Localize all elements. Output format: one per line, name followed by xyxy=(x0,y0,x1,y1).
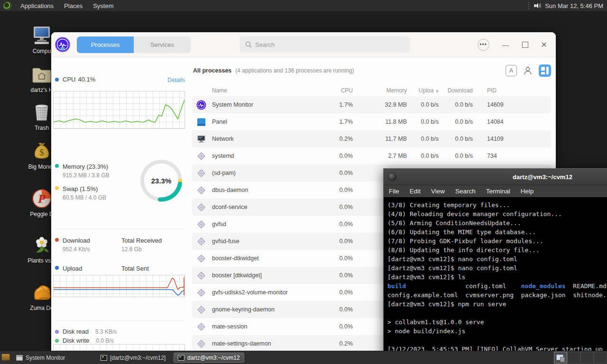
process-cpu: 0.0% xyxy=(340,323,353,330)
task-button-dartz-vm3-cvm12[interactable]: [dartz@vm3:~/cvm12] xyxy=(96,353,170,363)
process-summary: All processes (4 applications and 136 pr… xyxy=(193,64,551,77)
terminal-menu-terminal[interactable]: Terminal xyxy=(481,188,515,195)
column-header-uploa[interactable]: Uploa∨ xyxy=(419,87,439,94)
column-header-cpu[interactable]: CPU xyxy=(341,87,353,94)
memory-legend: Memory (23.3%) 915.3 MB / 3.8 GB Swap (1… xyxy=(55,162,110,207)
diamond-icon xyxy=(196,288,206,298)
monitor-sidebar: CPU 40.1% Details Memory (23.3%) 915.3 M… xyxy=(51,57,190,364)
diamond-icon xyxy=(196,254,206,264)
svg-text:$: $ xyxy=(40,148,44,157)
diamond-icon xyxy=(196,219,206,229)
menu-system[interactable]: System xyxy=(88,1,119,11)
cpu-value: 40.1% xyxy=(78,76,95,83)
process-pid: 14084 xyxy=(473,118,551,125)
process-scope: All processes xyxy=(193,67,231,74)
terminal-line: (6/8) Updating the MIME type database... xyxy=(387,228,607,237)
workspace-2[interactable] xyxy=(567,352,580,364)
disk-write-label: Disk write xyxy=(63,337,89,344)
process-row-system-monitor[interactable]: System Monitor1.7%32.9 MB0.0 b/s0.0 b/s1… xyxy=(192,96,551,113)
terminal-line: (5/8) Arming ConditionNeedsUpdate... xyxy=(387,218,607,228)
terminal-icon xyxy=(178,355,184,361)
column-header-memory[interactable]: Memory xyxy=(386,87,407,94)
tab-services[interactable]: Services xyxy=(134,36,191,53)
maximize-icon[interactable] xyxy=(522,42,528,48)
process-row-systemd[interactable]: systemd0.0%2.7 MB0.0 b/s0.0 b/s734 xyxy=(192,147,551,164)
total-received-label: Total Received xyxy=(121,237,162,244)
computer-icon xyxy=(31,25,53,46)
terminal-menu-view[interactable]: View xyxy=(426,188,450,195)
process-row-network[interactable]: Network0.2%11.7 MB0.0 b/s0.0 b/s14109 xyxy=(192,130,551,147)
process-upload: 0.0 b/s xyxy=(421,101,439,108)
process-memory: 2.7 MB xyxy=(388,153,407,159)
diamond-icon xyxy=(196,185,206,195)
terminal-menu-help[interactable]: Help xyxy=(515,188,539,195)
divider xyxy=(55,320,184,321)
system-monitor-app-icon: CPU xyxy=(55,37,70,52)
process-cpu: 0.2% xyxy=(340,136,353,142)
diamond-icon xyxy=(196,168,206,178)
process-table-header: NameCPUMemoryUploa∨DownloadPID xyxy=(192,85,551,96)
terminal-titlebar[interactable]: dartz@vm3:~/cvm12 xyxy=(384,169,607,185)
process-download: 0.0 b/s xyxy=(455,118,473,125)
menu-applications[interactable]: Applications xyxy=(15,1,59,11)
terminal-line: (3/8) Creating temporary files... xyxy=(387,200,607,209)
terminal-line: > node build/index.js xyxy=(387,327,607,336)
terminal-menubar: FileEditViewSearchTerminalHelp xyxy=(384,185,607,197)
process-cpu: 0.0% xyxy=(340,255,353,262)
minimize-icon[interactable]: — xyxy=(502,41,509,49)
applet-grip xyxy=(528,2,531,9)
process-name: dconf-service xyxy=(212,204,336,210)
process-name: mate-session xyxy=(212,323,336,330)
task-button-system-monitor[interactable]: System Monitor xyxy=(12,353,69,363)
process-name: gnome-keyring-daemon xyxy=(212,306,336,313)
search-input[interactable]: Search xyxy=(239,36,410,53)
process-name: Network xyxy=(212,136,336,142)
process-name: gvfs-udisks2-volume-monitor xyxy=(212,289,336,296)
terminal-line: build config.toml node_modules README.md xyxy=(387,282,607,291)
cpu-summary: CPU 40.1% xyxy=(55,76,95,83)
panel-right: Sun Mar 12, 5:46 PM xyxy=(528,2,607,9)
process-pid: 734 xyxy=(473,153,551,159)
close-icon[interactable]: ✕ xyxy=(541,40,547,49)
clock[interactable]: Sun Mar 12, 5:46 PM xyxy=(545,2,603,9)
workspace-3[interactable] xyxy=(580,352,594,364)
svg-text:P: P xyxy=(37,192,46,206)
process-upload: 0.0 b/s xyxy=(421,136,439,142)
memory-dot-icon xyxy=(55,164,59,168)
task-button-dartz-vm3-cvm12[interactable]: dartz@vm3:~/cvm12 xyxy=(174,353,244,363)
column-header-pid[interactable]: PID xyxy=(473,87,497,94)
terminal-menu-file[interactable]: File xyxy=(384,188,405,195)
cpu-details-link[interactable]: Details xyxy=(167,77,185,83)
window-icon xyxy=(16,355,23,361)
workspace-4[interactable] xyxy=(594,352,607,364)
show-desktop-icon[interactable] xyxy=(1,354,10,361)
total-received-value: 12.6 Gb xyxy=(121,246,142,253)
menu-places[interactable]: Places xyxy=(59,1,88,11)
terminal-menu-search[interactable]: Search xyxy=(450,188,481,195)
system-monitor-icon xyxy=(196,100,206,110)
column-header-name[interactable]: Name xyxy=(212,87,227,94)
terminal-menu-edit[interactable]: Edit xyxy=(405,188,426,195)
window-controls: ••• — ✕ xyxy=(478,32,556,57)
column-header-download[interactable]: Download xyxy=(448,87,473,94)
terminal-line: [dartz@vm3 cvm12]$ nano config.toml xyxy=(387,255,607,264)
tab-processes[interactable]: Processes xyxy=(77,36,134,53)
disk-write-item: Disk write 0.0 B/s xyxy=(55,337,117,344)
divider xyxy=(55,229,184,229)
process-row-panel[interactable]: Panel1.7%11.8 MB0.0 b/s0.0 b/s14084 xyxy=(192,113,551,130)
workspace-1[interactable] xyxy=(554,352,567,364)
user-processes-icon[interactable] xyxy=(523,66,533,75)
compact-view-icon[interactable] xyxy=(539,64,551,77)
upload-dot-icon xyxy=(55,266,59,270)
process-cpu: 1.7% xyxy=(340,118,353,125)
process-cpu: 0.0% xyxy=(340,289,353,296)
applications-view-icon[interactable]: A xyxy=(506,65,517,76)
distro-logo-icon[interactable] xyxy=(3,2,11,10)
process-memory: 32.9 MB xyxy=(385,101,407,108)
menu-dots-icon[interactable]: ••• xyxy=(478,39,489,51)
process-download: 0.0 b/s xyxy=(455,101,473,108)
terminal-body[interactable]: (3/8) Creating temporary files...(4/8) R… xyxy=(384,197,607,357)
volume-icon[interactable] xyxy=(533,2,542,9)
process-name: Panel xyxy=(212,118,336,125)
memory-usage: 915.3 MB / 3.8 GB xyxy=(63,172,110,179)
